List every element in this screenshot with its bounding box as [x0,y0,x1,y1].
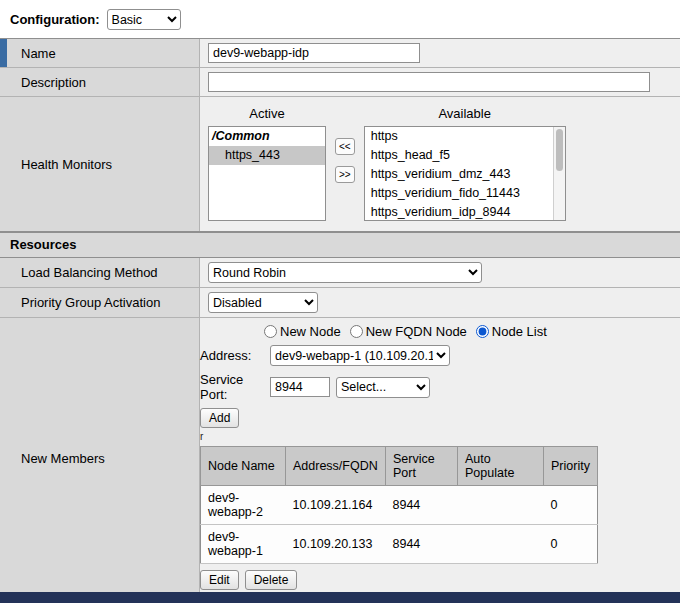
node-list-radio[interactable] [476,325,489,338]
header-node-name[interactable]: Node Name [201,447,286,486]
cell-node-name[interactable]: dev9-webapp-2 [201,486,286,525]
radio-new-fqdn-node[interactable]: New FQDN Node [350,324,467,339]
resources-table: Load Balancing Method Round Robin Priori… [0,257,680,600]
active-column: Active /Common https_443 [208,104,326,221]
service-port-input[interactable] [270,377,330,397]
health-monitors-value-cell: Active /Common https_443 << >> Available… [200,97,680,231]
health-monitors-label: Health Monitors [21,157,112,172]
new-node-radio[interactable] [264,325,277,338]
health-monitors-widget: Active /Common https_443 << >> Available… [208,101,672,227]
active-title: Active [208,104,326,126]
available-monitor-item[interactable]: https_veridium_fido_11443 [365,184,565,203]
scrollbar-thumb[interactable] [556,129,563,171]
available-monitor-item[interactable]: https [365,127,565,146]
add-row: Add [200,408,680,428]
new-node-radio-label: New Node [280,324,341,339]
members-table: Node Name Address/FQDN Service Port Auto… [200,446,598,564]
edit-delete-row: Edit Delete [200,570,680,590]
priority-group-row: Priority Group Activation Disabled [0,288,680,318]
new-members-label-cell: New Members [0,318,200,599]
cell-auto-populate [458,486,544,525]
name-value-cell [200,39,680,67]
available-monitor-item[interactable]: https_veridium_dmz_443 [365,165,565,184]
priority-group-select[interactable]: Disabled [208,292,318,313]
edit-button[interactable]: Edit [200,570,239,590]
general-properties-table: Name Description Health Monitors Active … [0,38,680,232]
move-buttons: << >> [335,138,355,183]
available-monitor-item[interactable]: https_veridium_idp_8944 [365,203,565,221]
priority-group-label: Priority Group Activation [21,295,160,310]
table-row[interactable]: dev9-webapp-2 10.109.21.164 8944 0 [201,486,598,525]
port-profile-select[interactable]: Select... [336,377,430,398]
description-label-cell: Description [0,68,200,96]
new-members-row: New Members New Node New FQDN Node Node … [0,318,680,599]
new-fqdn-node-radio-label: New FQDN Node [366,324,467,339]
delete-button[interactable]: Delete [245,570,298,590]
header-priority[interactable]: Priority [544,447,598,486]
name-label-cell: Name [0,39,200,67]
members-table-header-row: Node Name Address/FQDN Service Port Auto… [201,447,598,486]
header-address-fqdn[interactable]: Address/FQDN [286,447,386,486]
address-select[interactable]: dev9-webapp-1 (10.109.20.133) [270,345,450,366]
health-monitors-row: Health Monitors Active /Common https_443… [0,97,680,231]
name-input[interactable] [208,43,420,63]
footer-bar [0,592,680,603]
name-row: Name [0,39,680,68]
description-input[interactable] [208,72,650,92]
available-monitor-item[interactable]: https_head_f5 [365,146,565,165]
cell-address: 10.109.20.133 [286,525,386,564]
available-title: Available [364,104,566,126]
move-to-active-button[interactable]: << [335,138,355,155]
move-to-available-button[interactable]: >> [335,166,355,183]
resources-section-header: Resources [0,232,680,257]
active-monitors-listbox[interactable]: /Common https_443 [208,126,326,221]
new-fqdn-node-radio[interactable] [350,325,363,338]
load-balancing-select[interactable]: Round Robin [208,262,482,283]
header-service-port[interactable]: Service Port [386,447,458,486]
member-type-radio-group: New Node New FQDN Node Node List [264,324,680,339]
cell-address: 10.109.21.164 [286,486,386,525]
add-button[interactable]: Add [200,408,239,428]
description-row: Description [0,68,680,97]
configuration-label: Configuration: [10,12,100,27]
priority-group-value-cell: Disabled [200,288,680,317]
health-monitors-label-cell: Health Monitors [0,97,200,231]
address-row: Address: dev9-webapp-1 (10.109.20.133) [200,345,680,366]
priority-group-label-cell: Priority Group Activation [0,288,200,317]
radio-node-list[interactable]: Node List [476,324,547,339]
scrollbar-track[interactable] [553,127,565,220]
cell-service-port: 8944 [386,525,458,564]
node-list-radio-label: Node List [492,324,547,339]
radio-new-node[interactable]: New Node [264,324,341,339]
new-members-value-cell: New Node New FQDN Node Node List Address… [200,318,680,599]
load-balancing-label: Load Balancing Method [21,265,158,280]
description-value-cell [200,68,680,96]
service-port-row: Service Port: Select... [200,372,680,402]
configuration-select[interactable]: Basic [107,9,181,30]
cell-node-name[interactable]: dev9-webapp-1 [201,525,286,564]
stray-text: r [200,431,680,443]
table-row[interactable]: dev9-webapp-1 10.109.20.133 8944 0 [201,525,598,564]
active-partition-group: /Common [209,127,325,146]
description-label: Description [21,75,86,90]
name-label: Name [21,46,56,61]
service-port-label: Service Port: [200,372,270,402]
cell-service-port: 8944 [386,486,458,525]
load-balancing-row: Load Balancing Method Round Robin [0,258,680,288]
available-column: Available https https_head_f5 https_veri… [364,104,566,221]
configuration-bar: Configuration: Basic [0,0,680,38]
load-balancing-value-cell: Round Robin [200,258,680,287]
new-members-label: New Members [21,451,105,466]
load-balancing-label-cell: Load Balancing Method [0,258,200,287]
cell-priority: 0 [544,525,598,564]
active-monitor-item[interactable]: https_443 [209,146,325,165]
available-monitors-listbox[interactable]: https https_head_f5 https_veridium_dmz_4… [364,126,566,221]
header-auto-populate[interactable]: Auto Populate [458,447,544,486]
cell-priority: 0 [544,486,598,525]
cell-auto-populate [458,525,544,564]
address-label: Address: [200,348,270,363]
